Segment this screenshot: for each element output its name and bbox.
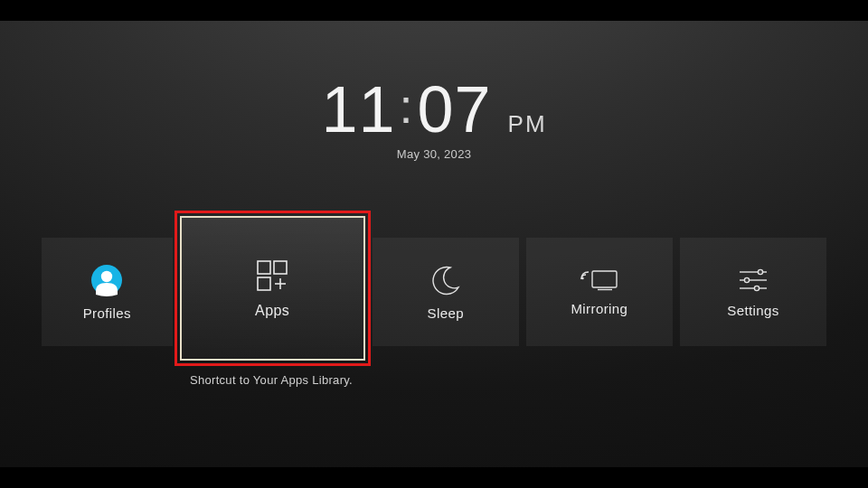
svg-rect-4 bbox=[258, 277, 270, 290]
moon-icon bbox=[429, 264, 462, 296]
svg-rect-3 bbox=[274, 261, 287, 274]
clock-hours: 11 bbox=[321, 73, 395, 145]
clock-time: 11:07 bbox=[321, 77, 491, 142]
profiles-label: Profiles bbox=[83, 305, 131, 321]
profiles-tile[interactable]: Profiles bbox=[42, 238, 173, 346]
clock-colon: : bbox=[399, 81, 413, 130]
settings-tile[interactable]: Settings bbox=[680, 238, 826, 346]
svg-point-15 bbox=[754, 286, 759, 290]
apps-label: Apps bbox=[255, 303, 289, 319]
clock-minutes: 07 bbox=[418, 73, 492, 145]
clock-time-row: 11:07 PM bbox=[0, 77, 868, 142]
letterbox-top bbox=[0, 0, 868, 21]
quick-settings-screen: 11:07 PM May 30, 2023 Profiles bbox=[0, 21, 868, 467]
apps-grid-icon bbox=[252, 258, 292, 294]
sliders-icon bbox=[737, 267, 769, 294]
quick-tiles-row: Profiles Apps Sleep bbox=[42, 238, 826, 346]
mirroring-label: Mirroring bbox=[571, 301, 627, 316]
clock-ampm: PM bbox=[508, 110, 547, 138]
svg-point-14 bbox=[744, 277, 749, 282]
svg-rect-7 bbox=[592, 271, 617, 287]
clock-panel: 11:07 PM May 30, 2023 bbox=[0, 77, 868, 161]
clock-date: May 30, 2023 bbox=[0, 147, 868, 161]
mirroring-icon bbox=[580, 268, 619, 292]
svg-point-1 bbox=[101, 270, 112, 281]
sleep-label: Sleep bbox=[428, 305, 464, 321]
svg-point-9 bbox=[581, 277, 583, 278]
svg-rect-2 bbox=[258, 261, 270, 274]
selection-hint: Shortcut to Your Apps Library. bbox=[42, 373, 868, 387]
profile-avatar-icon bbox=[90, 264, 123, 296]
svg-point-13 bbox=[758, 269, 762, 274]
sleep-tile[interactable]: Sleep bbox=[373, 238, 519, 346]
apps-tile[interactable]: Apps bbox=[180, 216, 365, 361]
letterbox-bottom bbox=[0, 467, 868, 488]
mirroring-tile[interactable]: Mirroring bbox=[526, 238, 673, 346]
settings-label: Settings bbox=[727, 303, 778, 318]
